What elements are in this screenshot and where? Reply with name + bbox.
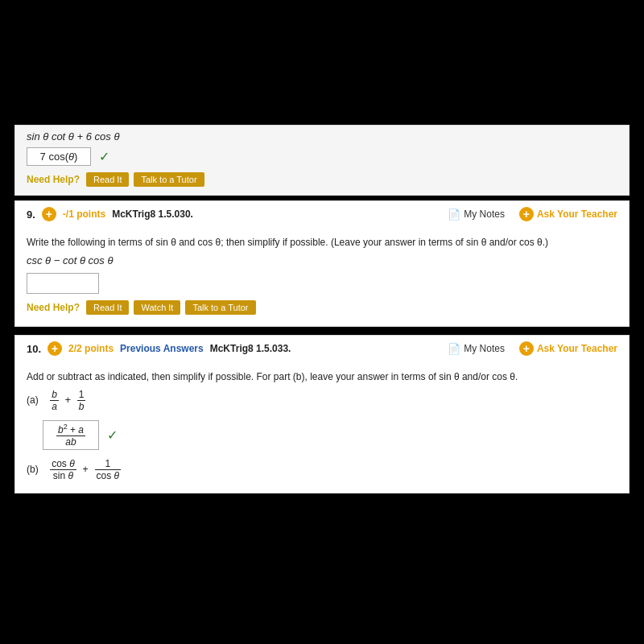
problem9-answer-input[interactable] (27, 273, 99, 294)
prev-expression: sin θ cot θ + 6 cos θ (27, 130, 617, 142)
problem10-body: Add or subtract as indicated, then simpl… (14, 361, 630, 493)
prev-answer-value: 7 cos(θ) (40, 151, 78, 163)
problem9-my-notes[interactable]: 📄 My Notes (448, 208, 505, 221)
problem10-header: 10. + 2/2 points Previous Answers McKTri… (14, 335, 630, 361)
ask-teacher9-plus: + (519, 207, 534, 221)
problem10-prev-answers[interactable]: Previous Answers (120, 343, 204, 354)
prev-read-it-button[interactable]: Read It (86, 172, 129, 187)
problem9-header: 9. + -/1 points McKTrig8 1.5.030. 📄 My N… (14, 200, 630, 227)
problem9-ask-teacher[interactable]: + Ask Your Teacher (519, 207, 617, 221)
ask-teacher10-plus: + (519, 341, 534, 356)
part-b-frac1: cos θ sin θ (50, 458, 76, 481)
part-a-frac1: b a (50, 389, 59, 412)
problem9-ref: McKTrig8 1.5.030. (112, 208, 193, 220)
prev-need-help-label: Need Help? (27, 174, 80, 185)
problem10-ask-teacher[interactable]: + Ask Your Teacher (519, 341, 617, 356)
problem9-plus-icon: + (42, 207, 56, 221)
problem9-number: 9. (27, 208, 35, 221)
problem9-watch-it-button[interactable]: Watch It (134, 300, 180, 315)
prev-talk-tutor-button[interactable]: Talk to a Tutor (134, 172, 204, 187)
part-b-plus: + (82, 463, 89, 475)
notes-doc-icon-10: 📄 (448, 343, 460, 355)
problem10-number: 10. (27, 343, 41, 355)
problem10-answer-a-frac: b2 + a ab (56, 423, 85, 448)
prev-answer-card: sin θ cot θ + 6 cos θ 7 cos(θ) ✓ Need He… (14, 125, 630, 196)
correct-checkmark: ✓ (99, 150, 109, 163)
problem10-points: 2/2 points (68, 343, 114, 354)
prev-answer-box: 7 cos(θ) (27, 147, 91, 166)
problem9-points: -/1 points (63, 208, 105, 220)
problem10-answer-a-box: b2 + a ab (43, 420, 99, 450)
problem10-part-b-label: (b) (27, 464, 39, 475)
top-black-bar (0, 0, 644, 125)
problem9-body: Write the following in terms of sin θ an… (14, 227, 630, 327)
problem10-ref: McKTrig8 1.5.033. (210, 343, 291, 354)
problem10-text: Add or subtract as indicated, then simpl… (27, 369, 617, 384)
problem10-a-checkmark: ✓ (107, 428, 118, 442)
notes-doc-icon: 📄 (448, 208, 460, 221)
problem9-need-help-label: Need Help? (27, 302, 80, 313)
problem9-need-help-row: Need Help? Read It Watch It Talk to a Tu… (27, 300, 617, 315)
problem9-text: Write the following in terms of sin θ an… (27, 235, 617, 250)
problem9-talk-tutor-button[interactable]: Talk to a Tutor (185, 300, 255, 315)
problem10-part-a-label: (a) (27, 394, 39, 406)
part-a-frac2: 1 b (77, 389, 86, 412)
page-container: sin θ cot θ + 6 cos θ 7 cos(θ) ✓ Need He… (0, 0, 644, 644)
prev-need-help-row: Need Help? Read It Talk to a Tutor (27, 172, 617, 187)
problem10-plus-icon: + (47, 341, 62, 356)
problem9-expr: csc θ − cot θ cos θ (27, 254, 617, 266)
part-a-plus: + (64, 394, 71, 406)
part-b-frac2: 1 cos θ (95, 458, 122, 481)
problem9-read-it-button[interactable]: Read It (86, 300, 129, 315)
problem10-my-notes[interactable]: 📄 My Notes (448, 343, 505, 355)
